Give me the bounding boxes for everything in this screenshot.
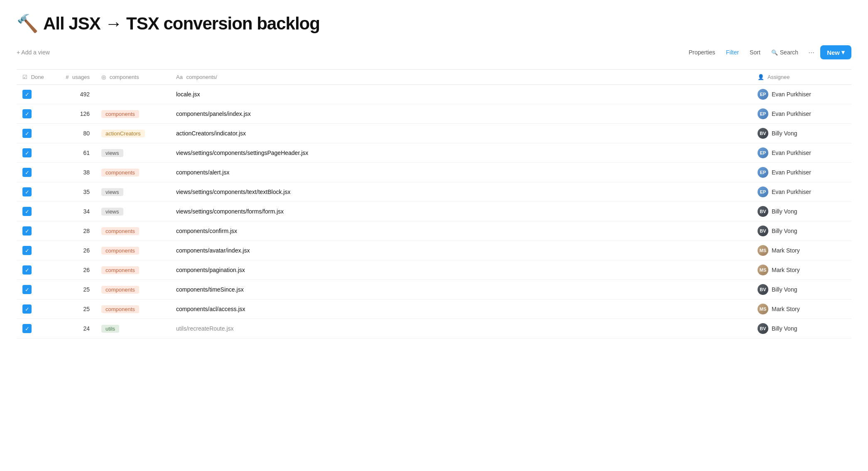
done-cell: ✓ <box>17 280 50 299</box>
tag-cell: components <box>96 280 170 299</box>
checkbox-checked[interactable]: ✓ <box>22 285 32 294</box>
path-text: components/confirm.jsx <box>176 228 237 234</box>
table-body: ✓492locale.jsxEPEvan Purkhiser✓126compon… <box>17 85 851 339</box>
avatar: BV <box>758 128 768 139</box>
sort-button[interactable]: Sort <box>745 47 765 58</box>
usages-cell: 24 <box>50 319 96 339</box>
table-row[interactable]: ✓492locale.jsxEPEvan Purkhiser <box>17 85 851 104</box>
assignee-cell: EPEvan Purkhiser <box>752 163 851 182</box>
tag-cell: components <box>96 241 170 260</box>
table-row[interactable]: ✓38componentscomponents/alert.jsxEPEvan … <box>17 163 851 182</box>
assignee-cell-inner: BVBilly Vong <box>758 284 846 295</box>
assignee-name: Billy Vong <box>772 130 797 137</box>
avatar: BV <box>758 323 768 334</box>
table-row[interactable]: ✓35viewsviews/settings/components/text/t… <box>17 182 851 202</box>
checkbox-checked[interactable]: ✓ <box>22 109 32 118</box>
sort-label: Sort <box>750 49 760 56</box>
checkbox-checked[interactable]: ✓ <box>22 148 32 157</box>
table-row[interactable]: ✓26componentscomponents/avatar/index.jsx… <box>17 241 851 260</box>
assignee-name: Evan Purkhiser <box>772 169 811 176</box>
new-button[interactable]: New ▾ <box>820 45 851 59</box>
usages-cell: 38 <box>50 163 96 182</box>
checkbox-checked[interactable]: ✓ <box>22 226 32 236</box>
path-text: views/settings/components/text/textBlock… <box>176 189 290 195</box>
tag-badge: views <box>101 208 123 216</box>
assignee-cell-inner: EPEvan Purkhiser <box>758 89 846 100</box>
usages-cell: 492 <box>50 85 96 104</box>
add-view-button[interactable]: + Add a view <box>17 49 50 56</box>
assignee-name: Billy Vong <box>772 228 797 234</box>
done-col-icon: ☑ <box>22 74 27 80</box>
toolbar-right: Properties Filter Sort 🔍 Search ··· New … <box>684 45 851 59</box>
tag-badge: actionCreators <box>101 130 145 137</box>
assignee-cell: BVBilly Vong <box>752 280 851 299</box>
avatar: EP <box>758 186 768 197</box>
path-text: views/settings/components/settingsPageHe… <box>176 150 308 156</box>
avatar: MS <box>758 304 768 314</box>
path-cell: components/pagination.jsx <box>170 260 752 280</box>
more-button[interactable]: ··· <box>805 47 818 59</box>
usages-cell: 61 <box>50 143 96 163</box>
checkbox-checked[interactable]: ✓ <box>22 168 32 177</box>
assignee-name: Evan Purkhiser <box>772 91 811 98</box>
assignee-cell-inner: MSMark Story <box>758 265 846 275</box>
assignee-cell-inner: BVBilly Vong <box>758 128 846 139</box>
properties-button[interactable]: Properties <box>684 47 719 58</box>
assignee-name: Billy Vong <box>772 208 797 215</box>
checkbox-checked[interactable]: ✓ <box>22 265 32 275</box>
table-row[interactable]: ✓25componentscomponents/timeSince.jsxBVB… <box>17 280 851 299</box>
assignee-cell-inner: BVBilly Vong <box>758 323 846 334</box>
table-row[interactable]: ✓25componentscomponents/acl/access.jsxMS… <box>17 299 851 319</box>
table-row[interactable]: ✓24utilsutils/recreateRoute.jsxBVBilly V… <box>17 319 851 339</box>
toolbar-row: + Add a view Properties Filter Sort 🔍 Se… <box>17 45 851 63</box>
done-cell: ✓ <box>17 221 50 241</box>
tag-badge: views <box>101 149 123 157</box>
checkbox-checked[interactable]: ✓ <box>22 129 32 138</box>
tag-cell: views <box>96 143 170 163</box>
avatar: EP <box>758 108 768 119</box>
checkbox-checked[interactable]: ✓ <box>22 304 32 314</box>
col-header-path: Aa components/ <box>170 70 752 85</box>
tag-badge: components <box>101 305 139 313</box>
checkbox-checked[interactable]: ✓ <box>22 187 32 196</box>
add-view-label: + Add a view <box>17 49 50 56</box>
title-icon: 🔨 <box>17 13 38 34</box>
table-row[interactable]: ✓61viewsviews/settings/components/settin… <box>17 143 851 163</box>
table-row[interactable]: ✓34viewsviews/settings/components/forms/… <box>17 202 851 221</box>
tag-cell <box>96 85 170 104</box>
assignee-cell-inner: MSMark Story <box>758 245 846 256</box>
done-cell: ✓ <box>17 124 50 143</box>
usages-cell: 26 <box>50 241 96 260</box>
path-cell: components/acl/access.jsx <box>170 299 752 319</box>
path-text: utils/recreateRoute.jsx <box>176 325 234 332</box>
search-button[interactable]: 🔍 Search <box>767 47 802 58</box>
tag-badge: components <box>101 227 139 235</box>
checkbox-checked[interactable]: ✓ <box>22 246 32 255</box>
assignee-name: Evan Purkhiser <box>772 189 811 195</box>
checkbox-checked[interactable]: ✓ <box>22 324 32 333</box>
assignee-name: Mark Story <box>772 247 800 254</box>
usages-col-icon: # <box>66 74 69 80</box>
tag-cell: views <box>96 182 170 202</box>
path-cell: locale.jsx <box>170 85 752 104</box>
new-label: New <box>827 49 840 56</box>
tag-badge: components <box>101 247 139 255</box>
filter-button[interactable]: Filter <box>722 47 743 58</box>
checkbox-checked[interactable]: ✓ <box>22 90 32 99</box>
path-text: components/panels/index.jsx <box>176 110 251 117</box>
tag-cell: components <box>96 260 170 280</box>
checkbox-checked[interactable]: ✓ <box>22 207 32 216</box>
assignee-cell-inner: BVBilly Vong <box>758 226 846 236</box>
tag-badge: components <box>101 110 139 118</box>
table-row[interactable]: ✓80actionCreatorsactionCreators/indicato… <box>17 124 851 143</box>
table-row[interactable]: ✓28componentscomponents/confirm.jsxBVBil… <box>17 221 851 241</box>
usages-cell: 35 <box>50 182 96 202</box>
assignee-cell: EPEvan Purkhiser <box>752 143 851 163</box>
table-row[interactable]: ✓126componentscomponents/panels/index.js… <box>17 104 851 124</box>
assignee-cell-inner: EPEvan Purkhiser <box>758 186 846 197</box>
path-cell: components/timeSince.jsx <box>170 280 752 299</box>
usages-cell: 25 <box>50 280 96 299</box>
assignee-cell: EPEvan Purkhiser <box>752 85 851 104</box>
path-cell: views/settings/components/text/textBlock… <box>170 182 752 202</box>
table-row[interactable]: ✓26componentscomponents/pagination.jsxMS… <box>17 260 851 280</box>
